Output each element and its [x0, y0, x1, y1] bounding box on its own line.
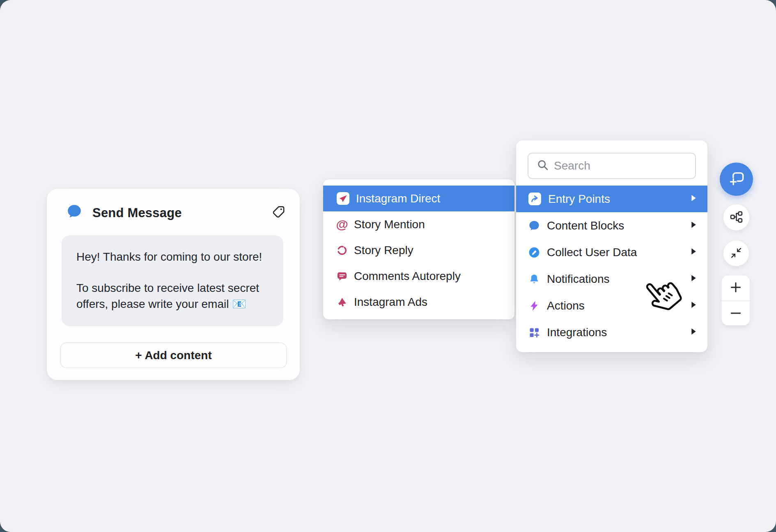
menu-item-comments-autoreply[interactable]: Comments Autoreply — [323, 263, 514, 289]
block-picker-menu: Entry Points Content Blocks — [516, 140, 707, 352]
search-field[interactable] — [528, 153, 696, 179]
chevron-right-icon — [691, 248, 696, 256]
minus-icon — [729, 307, 742, 321]
menu-item-label: Instagram Direct — [356, 192, 503, 205]
add-node-icon — [727, 169, 746, 189]
entry-points-icon — [528, 193, 541, 205]
chevron-right-icon — [691, 328, 696, 336]
message-text-block[interactable]: Hey! Thanks for coming to our store! To … — [62, 235, 283, 326]
menu-item-label: Comments Autoreply — [354, 270, 503, 283]
menu-item-label: Story Mention — [354, 218, 503, 231]
menu-item-label: Instagram Ads — [354, 296, 503, 309]
flow-structure-button[interactable] — [723, 204, 750, 231]
search-icon — [537, 159, 549, 173]
add-content-button[interactable]: + Add content — [60, 342, 287, 368]
flow-canvas[interactable]: Send Message Hey! Thanks for coming to o… — [0, 0, 776, 532]
zoom-control — [721, 275, 750, 326]
chevron-right-icon — [691, 195, 696, 203]
integrations-icon — [528, 327, 540, 338]
menu-item-label: Collect User Data — [547, 246, 684, 259]
chevron-right-icon — [691, 222, 696, 229]
content-blocks-icon — [528, 220, 540, 232]
message-paragraph: To subscribe to receive latest secret of… — [76, 280, 269, 312]
menu-item-integrations[interactable]: Integrations — [516, 319, 707, 346]
menu-item-label: Actions — [547, 299, 684, 312]
menu-item-label: Notifications — [547, 273, 684, 286]
tag-icon[interactable] — [271, 204, 286, 218]
zoom-in-button[interactable] — [722, 275, 750, 300]
menu-item-label: Content Blocks — [547, 219, 684, 232]
plus-icon — [729, 281, 742, 295]
actions-icon — [528, 300, 540, 312]
menu-item-entry-points[interactable]: Entry Points — [516, 186, 707, 212]
menu-item-actions[interactable]: Actions — [516, 292, 707, 319]
chat-bubble-icon — [67, 204, 82, 219]
zoom-out-button[interactable] — [722, 301, 750, 326]
chevron-right-icon — [691, 302, 696, 310]
chevron-right-icon — [691, 275, 696, 283]
menu-item-label: Integrations — [547, 326, 684, 339]
menu-item-label: Story Reply — [354, 244, 503, 257]
menu-item-story-mention[interactable]: @ Story Mention — [323, 211, 514, 237]
add-node-button[interactable] — [720, 163, 753, 196]
collapse-arrows-icon — [729, 246, 743, 261]
menu-item-story-reply[interactable]: Story Reply — [323, 237, 514, 263]
menu-item-collect-user-data[interactable]: Collect User Data — [516, 239, 707, 266]
message-paragraph: Hey! Thanks for coming to our store! — [76, 249, 269, 265]
workflow-icon — [729, 209, 744, 226]
instagram-ads-icon — [337, 297, 347, 307]
comments-autoreply-icon — [337, 271, 347, 282]
notifications-icon — [528, 273, 540, 285]
menu-item-label: Entry Points — [548, 193, 684, 206]
collect-user-data-icon — [528, 247, 540, 258]
menu-item-notifications[interactable]: Notifications — [516, 266, 707, 292]
menu-item-content-blocks[interactable]: Content Blocks — [516, 212, 707, 239]
entry-points-flyout-menu: Instagram Direct @ Story Mention Story R… — [323, 179, 514, 319]
story-reply-icon — [337, 245, 347, 256]
instagram-direct-icon — [337, 192, 349, 205]
search-input[interactable] — [554, 159, 688, 172]
collapse-view-button[interactable] — [723, 240, 749, 266]
story-mention-icon: @ — [337, 219, 347, 230]
menu-item-instagram-ads[interactable]: Instagram Ads — [323, 289, 514, 315]
node-title: Send Message — [92, 206, 182, 220]
menu-item-instagram-direct[interactable]: Instagram Direct — [323, 186, 514, 211]
